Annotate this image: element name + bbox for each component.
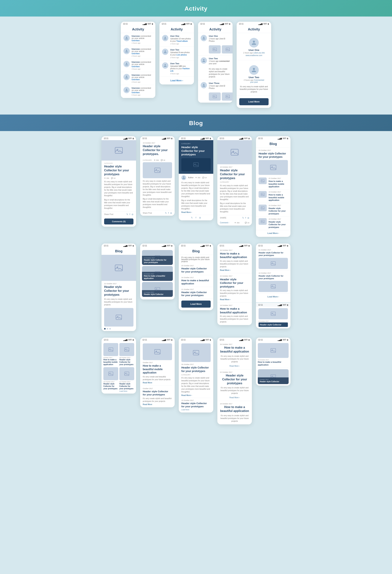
article-image <box>181 158 211 171</box>
list-item: Userone commented on your article Usertw… <box>121 33 155 46</box>
svg-rect-18 <box>261 180 264 182</box>
blog-r2-phone-2: 12:11 ▂▄▆WiFi▮ 14 October 2017 Header st… <box>140 244 175 299</box>
activity-list: User One 1 hours ago Liked 3 Photos User… <box>198 33 233 103</box>
list-item: User Three 1 hours ago Liked 2 Photos <box>198 80 233 103</box>
status-bar: 12:11 ▂▄▆WiFi▮ <box>159 22 194 26</box>
blog-meta: CATEGORY 👁 356 💬 18 <box>143 159 172 161</box>
read-more-link[interactable]: Read More › <box>220 269 249 271</box>
blog-title: Header style Collector <box>259 323 288 327</box>
article-image <box>259 160 288 175</box>
twitter-icon[interactable]: 𝕏 <box>191 216 193 219</box>
blog-title: Header style Collector for your prototyp… <box>259 152 288 159</box>
read-more-link[interactable]: Read More › <box>229 396 240 399</box>
load-more-button[interactable]: Load More › <box>159 77 194 84</box>
activity-phones-row: 12:11 ▂▄▆ WiFi ▮ Activity Userone commen… <box>0 17 392 115</box>
read-more-link[interactable]: Read More <box>143 382 172 384</box>
blog-category: CATEGORY <box>104 163 133 164</box>
image-placeholder <box>259 218 267 225</box>
list-item: User Two Uploaded 120 new photos to your… <box>159 61 194 77</box>
dark-card-1: 14 October 2017 Header style Collector f… <box>142 250 173 265</box>
comment-link[interactable]: Comment › <box>220 222 229 224</box>
dark-card: October 2017 Header style Collector <box>258 369 289 384</box>
avatar <box>124 35 130 41</box>
read-more-link[interactable]: Read More › <box>229 365 240 367</box>
list-item: 19 October 2017 How to make a beautiful … <box>256 189 290 203</box>
svg-rect-0 <box>213 48 217 51</box>
load-more-link[interactable]: Load More › <box>256 294 290 300</box>
twitter-icon[interactable]: 𝕏 <box>165 212 167 214</box>
svg-rect-4 <box>213 95 217 98</box>
facebook-icon[interactable]: f <box>129 213 130 216</box>
activity-list: Userone commented on your article Usertw… <box>121 33 155 98</box>
blog-title: How to make a beautiful application <box>144 275 171 280</box>
list-item: 21 October 2017 Header style Collector f… <box>179 287 213 299</box>
avatar <box>201 57 207 64</box>
svg-rect-48 <box>124 372 129 376</box>
list-item: Userone commented on your article Usertw… <box>121 46 155 59</box>
load-more-button[interactable]: Load More <box>181 301 211 308</box>
blog-title: Header style Collector for your prototyp… <box>104 165 133 176</box>
list-item: 19 October 2017 How to make a beautiful … <box>217 401 252 424</box>
blog-r2-phone-1: 12:11 ▂▄▆WiFi▮ Blog 22 October 2017 Head… <box>102 244 136 331</box>
blog-title: How to make a beautiful mobile applicati… <box>268 180 288 188</box>
dark-header: CATEGORY Header style Collector for your… <box>179 140 213 174</box>
read-more-link[interactable]: Read More › <box>220 299 249 301</box>
blog-supp-2: 12:11 ▂▄▆WiFi▮ October 2017 How to make … <box>140 338 175 407</box>
list-item: Userone commented on your article Usertw… <box>121 72 155 85</box>
svg-rect-12 <box>194 163 198 167</box>
blog-title: How to make a beautiful application <box>181 279 211 285</box>
list-item: 24 October 2017 How to make a beautiful … <box>179 275 213 287</box>
facebook-icon[interactable]: f <box>196 216 196 219</box>
phone-title: Blog <box>102 247 136 255</box>
status-bar: 12:11 ▂▄▆WiFi▮ <box>256 338 290 342</box>
blog-title: Header style Collector for your prototyp… <box>104 285 133 297</box>
profile-card: User Two 2 hours ago Commented your post… <box>237 60 271 96</box>
hero-image <box>102 140 136 161</box>
svg-rect-20 <box>261 193 264 196</box>
avatar <box>162 49 168 55</box>
article-image <box>259 308 288 319</box>
instagram-icon[interactable]: ◎ <box>132 213 133 216</box>
image-placeholder <box>259 178 267 184</box>
share-row: SHARE 𝕏 f ◎ <box>217 215 252 221</box>
read-more-link[interactable]: Read More › <box>181 394 211 396</box>
card-3: 15 October 2017 Header style Collector f… <box>103 367 118 392</box>
avatar <box>249 65 259 75</box>
status-bar: 12:11 ▂▄▆WiFi▮ <box>179 244 213 247</box>
facebook-icon[interactable]: f <box>168 212 169 214</box>
twitter-icon[interactable]: 𝕏 <box>126 213 128 216</box>
blog-phone-2: 12:11 ▂▄▆WiFi▮ 19 October 2017 Header st… <box>140 136 175 216</box>
load-more-button[interactable]: Load More <box>239 98 268 105</box>
list-item: 19 October 2017 Header style Collector f… <box>256 217 290 230</box>
article-image <box>104 308 133 327</box>
status-bar: 12:11 ▂▄▆WiFi▮ <box>217 338 252 342</box>
blog-supp-1: 12:11 ▂▄▆WiFi▮ October 2017 How to make … <box>102 338 136 393</box>
blog-title: How to make a beautiful application <box>220 252 249 259</box>
load-more-link[interactable]: Load More › <box>256 230 290 237</box>
svg-rect-54 <box>271 349 276 353</box>
instagram-icon[interactable]: ◎ <box>199 216 201 219</box>
comments-button[interactable]: Comments (5) <box>104 219 133 225</box>
read-more-link[interactable]: Read More › <box>181 211 211 213</box>
avatar <box>249 38 259 47</box>
instagram-icon[interactable]: ◎ <box>170 212 172 214</box>
blog-title: Header style Collector for your prototyp… <box>220 278 249 288</box>
list-item: Userone commented on your article Usertw… <box>121 59 155 72</box>
blog-meta: 👁 356 💬 18 <box>104 177 133 179</box>
activity-phone-2: 12:11 ▂▄▆WiFi▮ Activity User One Uploade… <box>159 22 194 84</box>
read-more-link[interactable]: Read More <box>143 403 172 406</box>
svg-rect-14 <box>231 149 238 155</box>
blog-phone-5: 12:11 ▂▄▆WiFi▮ Blog 26 October 2017 Head… <box>256 136 290 237</box>
status-bar: 12:11 ▂▄▆WiFi▮ <box>237 22 271 26</box>
article-image <box>259 281 288 292</box>
avatar <box>124 48 130 54</box>
list-item: 22 October 2017 Header style Collector f… <box>217 273 252 303</box>
status-bar: 12:11 ▂▄▆WiFi▮ <box>140 244 175 247</box>
blog-phone-4: 12:11 ▂▄▆WiFi▮ 19 October 2017 Header st… <box>217 136 252 226</box>
facebook-icon[interactable]: f <box>245 217 246 219</box>
twitter-icon[interactable]: 𝕏 <box>242 217 244 219</box>
list-item: 19 October 2017 How to make a beautiful … <box>258 343 289 368</box>
blog-title: How to make a beautiful application <box>220 405 249 413</box>
svg-rect-40 <box>271 312 275 316</box>
instagram-icon[interactable]: ◎ <box>248 217 249 219</box>
